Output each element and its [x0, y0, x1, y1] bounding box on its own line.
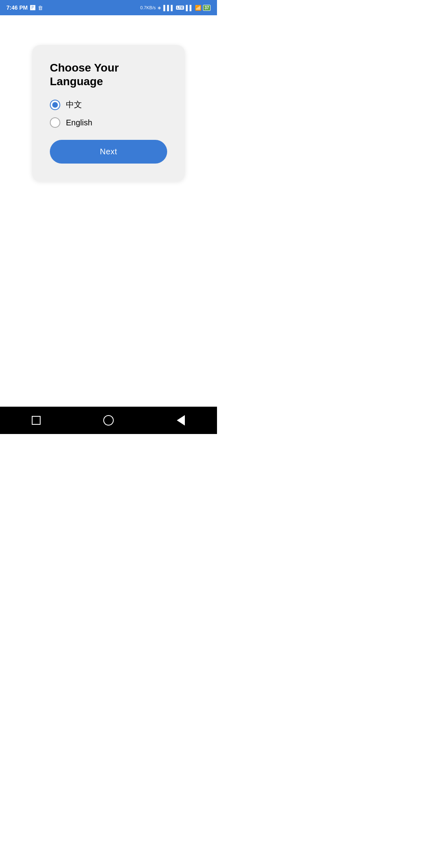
radio-chinese[interactable] — [50, 100, 60, 110]
recent-apps-button[interactable] — [26, 410, 46, 430]
home-button[interactable] — [98, 410, 119, 430]
triangle-icon — [177, 415, 185, 426]
card-title: Choose Your Language — [50, 61, 167, 88]
status-time: 7:46 PM — [6, 4, 28, 11]
signal2-icon: ▌▌ — [186, 5, 193, 11]
parking-icon: 🅿 — [30, 5, 35, 11]
status-bar-right: 0.7KB/s ∗ ▌▌▌ LTE ▌▌ 📶 37 — [140, 5, 211, 11]
signal-icon: ▌▌▌ — [163, 5, 174, 11]
status-bar-left: 7:46 PM 🅿 🗑 — [6, 4, 43, 11]
nav-bar — [0, 407, 217, 434]
bottom-spacer — [0, 211, 217, 407]
next-button[interactable]: Next — [50, 140, 167, 164]
language-label-chinese: 中文 — [66, 99, 82, 110]
lte-icon: LTE — [176, 6, 184, 10]
data-speed: 0.7KB/s — [140, 5, 156, 10]
language-options: 中文 English — [50, 99, 167, 128]
language-label-english: English — [66, 118, 92, 127]
bluetooth-icon: ∗ — [157, 5, 162, 11]
square-icon — [32, 416, 41, 425]
delete-icon: 🗑 — [38, 5, 43, 11]
radio-english[interactable] — [50, 117, 60, 128]
battery-icon: 37 — [203, 5, 211, 11]
status-bar: 7:46 PM 🅿 🗑 0.7KB/s ∗ ▌▌▌ LTE ▌▌ 📶 37 — [0, 0, 217, 15]
language-option-english[interactable]: English — [50, 117, 167, 128]
circle-icon — [103, 415, 114, 426]
language-card: Choose Your Language 中文 English Next — [32, 45, 185, 181]
language-option-chinese[interactable]: 中文 — [50, 99, 167, 110]
wifi-icon: 📶 — [195, 5, 201, 11]
back-button[interactable] — [171, 410, 191, 430]
main-content: Choose Your Language 中文 English Next — [0, 15, 217, 211]
radio-inner-chinese — [52, 102, 58, 108]
